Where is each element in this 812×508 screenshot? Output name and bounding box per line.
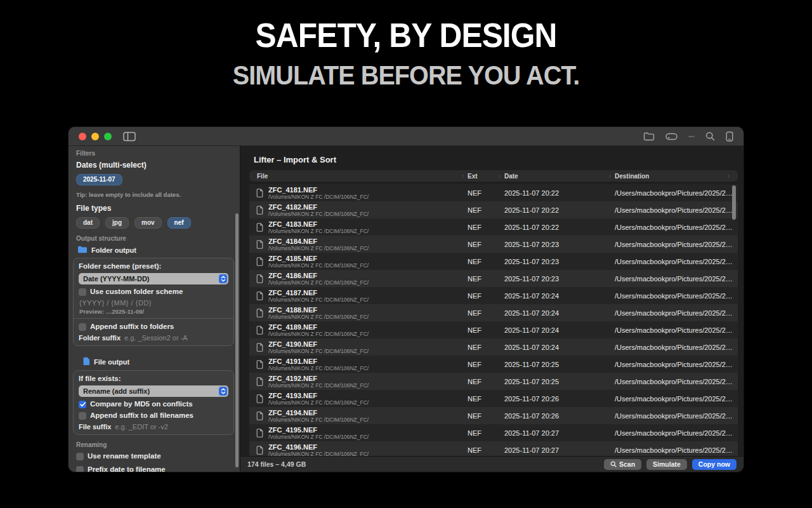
column-header-file[interactable]: File — [249, 173, 462, 180]
file-output-label: File output — [94, 358, 129, 366]
simulate-button[interactable]: Simulate — [646, 459, 687, 470]
compare-md5-row: Compare by MD5 on conflicts — [79, 400, 228, 408]
date-chip[interactable]: 2025-11-07 — [76, 174, 122, 185]
folder-scheme-value: Date (YYYY-MM-DD) — [79, 275, 219, 283]
table-row[interactable]: ZFC_4195.NEF /Volumes/NIKON Z FC /DCIM/1… — [249, 424, 738, 441]
folder-suffix-label: Folder suffix — [79, 334, 121, 342]
table-row[interactable]: ZFC_4191.NEF /Volumes/NIKON Z FC /DCIM/1… — [249, 356, 738, 373]
drive-icon[interactable] — [665, 132, 678, 141]
file-type-chip[interactable]: dat — [76, 217, 100, 229]
sidebar-scrollbar[interactable] — [235, 213, 239, 467]
dates-tip: Tip: leave empty to include all dates. — [76, 191, 231, 198]
table-scrollbar[interactable] — [732, 185, 736, 220]
file-date: 2025-11-07 20:23 — [499, 258, 610, 265]
if-file-exists-label: If file exists: — [79, 375, 228, 383]
hero-title: SAFETY, BY DESIGN — [32, 15, 780, 55]
sidebar-toggle-icon[interactable] — [123, 131, 136, 142]
file-destination: /Users/macbookpro/Pictures/2025/2… — [610, 412, 738, 420]
file-type-chip[interactable]: nef — [167, 217, 191, 229]
append-suffix-files-checkbox[interactable] — [79, 412, 86, 420]
table-row[interactable]: ZFC_4192.NEF /Volumes/NIKON Z FC /DCIM/1… — [249, 373, 738, 390]
status-bar: 174 files – 4,49 GB Scan Simulate Copy n… — [240, 456, 743, 472]
custom-scheme-field[interactable]: {YYYY} / {MM} / {DD} — [79, 299, 228, 307]
table-row[interactable]: ZFC_4196.NEF /Volumes/NIKON Z FC /DCIM/1… — [249, 441, 738, 456]
table-row[interactable]: ZFC_4186.NEF /Volumes/NIKON Z FC /DCIM/1… — [249, 270, 738, 287]
folder-icon[interactable] — [643, 132, 655, 141]
file-name: ZFC_4196.NEF — [268, 443, 369, 451]
file-name: ZFC_4193.NEF — [268, 392, 369, 399]
folder-suffix-field[interactable]: e.g. _Session2 or -A — [124, 334, 188, 342]
file-suffix-field[interactable]: e.g. _EDIT or -v2 — [115, 423, 168, 431]
file-count-summary: 174 files – 4,49 GB — [247, 460, 599, 468]
table-row[interactable]: ZFC_4188.NEF /Volumes/NIKON Z FC /DCIM/1… — [249, 304, 738, 321]
table-row[interactable]: ZFC_4182.NEF /Volumes/NIKON Z FC /DCIM/1… — [249, 201, 738, 218]
file-destination: /Users/macbookpro/Pictures/2025/2… — [610, 206, 738, 214]
file-icon — [256, 291, 263, 300]
file-date: 2025-11-07 20:26 — [499, 395, 610, 403]
file-source-path: /Volumes/NIKON Z FC /DCIM/106NZ_FC/ — [268, 451, 369, 457]
use-custom-scheme-checkbox[interactable] — [79, 288, 86, 296]
table-row[interactable]: ZFC_4190.NEF /Volumes/NIKON Z FC /DCIM/1… — [249, 338, 738, 356]
scan-button[interactable]: Scan — [604, 459, 641, 470]
device-icon[interactable] — [726, 131, 733, 142]
table-row[interactable]: ZFC_4187.NEF /Volumes/NIKON Z FC /DCIM/1… — [249, 287, 738, 304]
prefix-date-row: Prefix date to filename — [76, 465, 231, 472]
file-source-path: /Volumes/NIKON Z FC /DCIM/106NZ_FC/ — [268, 245, 369, 251]
folder-scheme-dropdown[interactable]: Date (YYYY-MM-DD) — [79, 273, 228, 284]
toolbar-icons — [643, 131, 733, 142]
table-row[interactable]: ZFC_4194.NEF /Volumes/NIKON Z FC /DCIM/1… — [249, 407, 738, 424]
titlebar — [69, 127, 743, 146]
main-panel: Lifter – Import & Sort File Ext Date Des… — [240, 146, 743, 472]
column-header-date[interactable]: Date — [499, 173, 610, 180]
file-date: 2025-11-07 20:24 — [499, 292, 610, 300]
file-icon — [256, 343, 263, 352]
table-row[interactable]: ZFC_4185.NEF /Volumes/NIKON Z FC /DCIM/1… — [249, 253, 738, 270]
file-date: 2025-11-07 20:25 — [499, 361, 610, 368]
file-source-path: /Volumes/NIKON Z FC /DCIM/106NZ_FC/ — [268, 194, 369, 200]
file-suffix-label: File suffix — [79, 423, 111, 431]
close-window-button[interactable] — [79, 133, 86, 140]
column-header-destination[interactable]: Destination — [610, 173, 738, 180]
table-body: ZFC_4181.NEF /Volumes/NIKON Z FC /DCIM/1… — [249, 184, 738, 456]
table-row[interactable]: ZFC_4183.NEF /Volumes/NIKON Z FC /DCIM/1… — [249, 218, 738, 236]
file-icon — [256, 240, 263, 249]
table-row[interactable]: ZFC_4189.NEF /Volumes/NIKON Z FC /DCIM/1… — [249, 321, 738, 338]
scheme-preview: Preview: …2025-11-09/ — [79, 308, 228, 315]
copy-now-button[interactable]: Copy now — [692, 459, 737, 470]
compare-md5-checkbox[interactable] — [79, 401, 86, 408]
use-custom-scheme-label: Use custom folder scheme — [90, 288, 183, 296]
file-type-chip[interactable]: mov — [134, 217, 162, 229]
file-name: ZFC_4188.NEF — [268, 306, 369, 314]
copy-now-button-label: Copy now — [698, 460, 730, 468]
append-suffix-folders-row: Append suffix to folders — [79, 323, 228, 331]
file-icon — [256, 309, 263, 318]
search-icon[interactable] — [705, 131, 715, 141]
file-type-chip[interactable]: jpg — [105, 217, 129, 229]
scan-button-label: Scan — [619, 460, 635, 468]
table-row[interactable]: ZFC_4181.NEF /Volumes/NIKON Z FC /DCIM/1… — [249, 184, 738, 201]
file-destination: /Users/macbookpro/Pictures/2025/2… — [610, 275, 738, 283]
filters-section-label: Filters — [76, 150, 231, 157]
file-name: ZFC_4187.NEF — [268, 289, 369, 297]
minimize-window-button[interactable] — [91, 133, 99, 140]
file-destination: /Users/macbookpro/Pictures/2025/2… — [610, 344, 738, 351]
file-date: 2025-11-07 20:24 — [499, 326, 610, 334]
file-destination: /Users/macbookpro/Pictures/2025/2… — [610, 241, 738, 248]
hero-subtitle: SIMULATE BEFORE YOU ACT. — [32, 60, 780, 91]
compare-md5-label: Compare by MD5 on conflicts — [90, 400, 193, 408]
file-source-path: /Volumes/NIKON Z FC /DCIM/106NZ_FC/ — [268, 314, 369, 320]
prefix-date-checkbox[interactable] — [76, 466, 84, 472]
if-file-exists-dropdown[interactable]: Rename (add suffix) — [79, 385, 228, 397]
minus-icon[interactable] — [688, 135, 695, 138]
file-name: ZFC_4183.NEF — [268, 220, 369, 228]
zoom-window-button[interactable] — [104, 133, 112, 140]
column-header-ext[interactable]: Ext — [462, 173, 499, 180]
table-row[interactable]: ZFC_4193.NEF /Volumes/NIKON Z FC /DCIM/1… — [249, 390, 738, 407]
file-icon — [256, 206, 263, 215]
use-rename-template-checkbox[interactable] — [76, 453, 84, 460]
table-row[interactable]: ZFC_4184.NEF /Volumes/NIKON Z FC /DCIM/1… — [249, 236, 738, 253]
file-date: 2025-11-07 20:27 — [499, 446, 610, 454]
append-suffix-folders-checkbox[interactable] — [79, 323, 86, 331]
file-name: ZFC_4189.NEF — [268, 323, 369, 331]
file-name: ZFC_4191.NEF — [268, 358, 369, 365]
